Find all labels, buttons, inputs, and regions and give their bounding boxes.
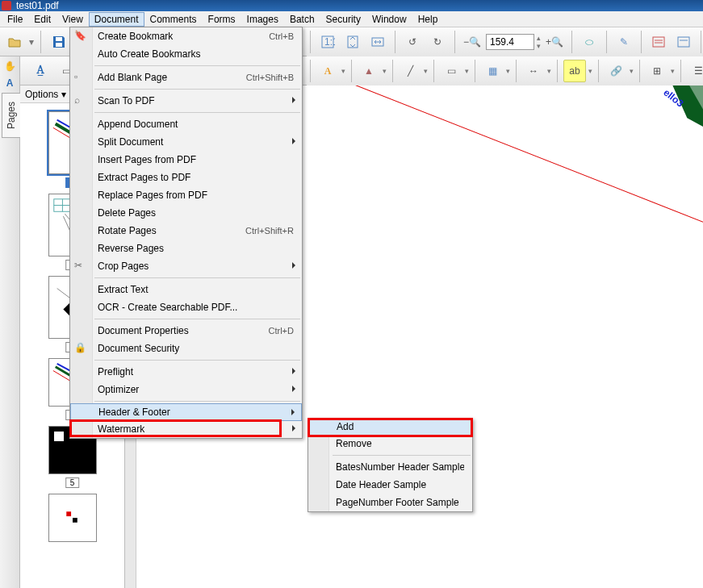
attach-button[interactable]: ⊞ xyxy=(646,60,668,82)
zoom-out-button[interactable]: −🔍 xyxy=(461,31,483,53)
stamp-button[interactable]: ▲ xyxy=(358,60,380,82)
scan-button[interactable]: ⬭ xyxy=(578,31,600,53)
document-menu-item-header-footer[interactable]: Header & Footer xyxy=(70,403,302,421)
zoom-input[interactable]: 159.4 xyxy=(486,34,534,50)
document-menu-item-create-bookmark[interactable]: Create BookmarkCtrl+B🔖 xyxy=(70,27,302,45)
menu-item-label: Rotate Pages xyxy=(98,225,237,236)
menu-item-label: Insert Pages from PDF xyxy=(98,154,294,165)
menu-item-label: Auto Create Bookmarks xyxy=(98,48,294,60)
line-button[interactable]: ╱ xyxy=(399,60,421,82)
menu-item-label: Crop Pages xyxy=(98,261,294,272)
menu-item-label: Extract Text xyxy=(98,284,294,295)
area-button[interactable]: ▦ xyxy=(481,60,504,82)
menu-item-label: Add xyxy=(337,421,463,432)
menu-shortcut: Ctrl+D xyxy=(269,326,294,336)
menu-view[interactable]: View xyxy=(56,12,89,27)
text-annot-button[interactable]: A xyxy=(316,60,339,82)
hand-icon[interactable]: ✋ xyxy=(2,59,17,73)
chevron-right-icon xyxy=(292,138,295,144)
menu-document[interactable]: Document xyxy=(89,12,144,27)
menu-item-label: PageNumber Footer Sample xyxy=(336,497,464,508)
form-button[interactable] xyxy=(647,31,670,53)
document-menu-item-delete-pages[interactable]: Delete Pages xyxy=(70,204,302,222)
sign-button[interactable]: ✎ xyxy=(613,31,635,53)
bookmark-icon: 🔖 xyxy=(74,30,87,43)
document-menu-item-preflight[interactable]: Preflight xyxy=(70,363,302,381)
file-name: test01.pdf xyxy=(16,0,59,11)
document-menu-item-auto-create-bookmarks[interactable]: Auto Create Bookmarks xyxy=(70,45,302,63)
blank-icon: ▫ xyxy=(74,71,87,84)
headerfooter-submenu-item-batesnumber-header-sample[interactable]: BatesNumber Header Sample xyxy=(308,458,472,476)
document-menu-item-add-blank-page[interactable]: Add Blank PageCtrl+Shift+B▫ xyxy=(70,69,302,86)
menu-item-label: Date Header Sample xyxy=(336,479,464,490)
measure-button[interactable]: ↔ xyxy=(522,60,545,82)
document-menu-item-rotate-pages[interactable]: Rotate PagesCtrl+Shift+R xyxy=(70,222,302,240)
scan-icon: ⌕ xyxy=(74,94,87,107)
save-button[interactable] xyxy=(48,31,70,53)
menu-shortcut: Ctrl+B xyxy=(269,31,294,41)
pages-tab[interactable]: Pages xyxy=(2,93,21,138)
document-menu-item-replace-pages-from-pdf[interactable]: Replace Pages from PDF xyxy=(70,186,302,204)
toolbar-annot-right: A ▾ ▲ ▾ ╱ ▾ ▭ ▾ ▦ ▾ ↔ ▾ ab ▾ 🔗 ▾ ⊞ ▾ ☰ xyxy=(307,56,703,85)
document-menu: Create BookmarkCtrl+B🔖Auto Create Bookma… xyxy=(69,27,303,439)
rotate-ccw-button[interactable]: ↺ xyxy=(401,31,424,53)
headerfooter-submenu-item-date-header-sample[interactable]: Date Header Sample xyxy=(308,476,472,494)
document-menu-item-reverse-pages[interactable]: Reverse Pages xyxy=(70,240,302,257)
chevron-right-icon xyxy=(291,409,295,415)
text-select-button[interactable]: A̲ xyxy=(29,60,52,82)
document-menu-item-extract-text[interactable]: Extract Text xyxy=(70,281,302,298)
form2-button[interactable] xyxy=(672,31,695,53)
menu-file[interactable]: File xyxy=(2,12,28,27)
page-thumbnail[interactable] xyxy=(48,494,97,542)
menu-comments[interactable]: Comments xyxy=(144,12,203,27)
document-menu-item-optimizer[interactable]: Optimizer xyxy=(70,381,302,398)
side-tabstrip: ✋ A Pages xyxy=(0,56,20,588)
menu-bar: FileEditViewDocumentCommentsFormsImagesB… xyxy=(0,11,703,27)
title-bar: test01.pdf xyxy=(0,0,703,11)
svg-rect-25 xyxy=(73,518,77,523)
document-menu-item-watermark[interactable]: Watermark xyxy=(70,420,302,438)
menu-item-label: Append Document xyxy=(98,119,294,130)
highlight-button[interactable]: ab xyxy=(563,60,586,82)
document-menu-item-append-document[interactable]: Append Document xyxy=(70,115,302,133)
thumbnail-number: 5 xyxy=(65,477,80,488)
chevron-right-icon xyxy=(292,368,295,374)
menu-shortcut: Ctrl+Shift+B xyxy=(246,73,294,82)
chevron-right-icon xyxy=(292,262,295,269)
headerfooter-submenu-item-pagenumber-footer-sample[interactable]: PageNumber Footer Sample xyxy=(308,494,472,511)
document-menu-item-document-properties[interactable]: Document PropertiesCtrl+D xyxy=(70,322,302,340)
menu-edit[interactable]: Edit xyxy=(28,12,56,27)
menu-batch[interactable]: Batch xyxy=(284,12,320,27)
svg-line-26 xyxy=(233,85,703,248)
document-menu-item-crop-pages[interactable]: Crop Pages✂ xyxy=(70,257,302,275)
document-menu-item-split-document[interactable]: Split Document xyxy=(70,133,302,151)
headerfooter-submenu-item-remove[interactable]: Remove xyxy=(308,435,472,452)
actual-size-button[interactable]: 1:1 xyxy=(316,31,339,53)
link-button[interactable]: 🔗 xyxy=(605,60,627,82)
textsel-icon[interactable]: A xyxy=(2,76,17,90)
svg-rect-6 xyxy=(653,37,664,47)
menu-help[interactable]: Help xyxy=(412,12,444,27)
rotate-cw-button[interactable]: ↻ xyxy=(426,31,449,53)
fit-width-button[interactable] xyxy=(366,31,389,53)
zoom-value: 159.4 xyxy=(490,36,514,48)
shape-button[interactable]: ▭ xyxy=(440,60,462,82)
menu-item-label: Remove xyxy=(336,438,464,449)
crop-icon: ✂ xyxy=(74,260,87,273)
menu-security[interactable]: Security xyxy=(320,12,366,27)
document-menu-item-scan-to-pdf[interactable]: Scan To PDF⌕ xyxy=(70,92,302,110)
open-button[interactable] xyxy=(3,31,26,53)
document-menu-item-extract-pages-to-pdf[interactable]: Extract Pages to PDF xyxy=(70,169,302,186)
redact-button[interactable]: ☰ xyxy=(687,60,703,82)
document-menu-item-document-security[interactable]: Document Security🔒 xyxy=(70,340,302,357)
menu-item-label: Reverse Pages xyxy=(98,243,294,254)
document-menu-item-insert-pages-from-pdf[interactable]: Insert Pages from PDF xyxy=(70,151,302,169)
document-menu-item-ocr-create-searchable-pdf-[interactable]: OCR - Create Searchable PDF... xyxy=(70,298,302,316)
headerfooter-submenu-item-add[interactable]: Add xyxy=(308,418,472,436)
zoom-in-button[interactable]: +🔍 xyxy=(543,31,566,53)
menu-images[interactable]: Images xyxy=(241,12,284,27)
menu-window[interactable]: Window xyxy=(366,12,412,27)
menu-forms[interactable]: Forms xyxy=(203,12,241,27)
menu-item-label: Watermark xyxy=(98,423,294,435)
fit-page-button[interactable] xyxy=(341,31,364,53)
